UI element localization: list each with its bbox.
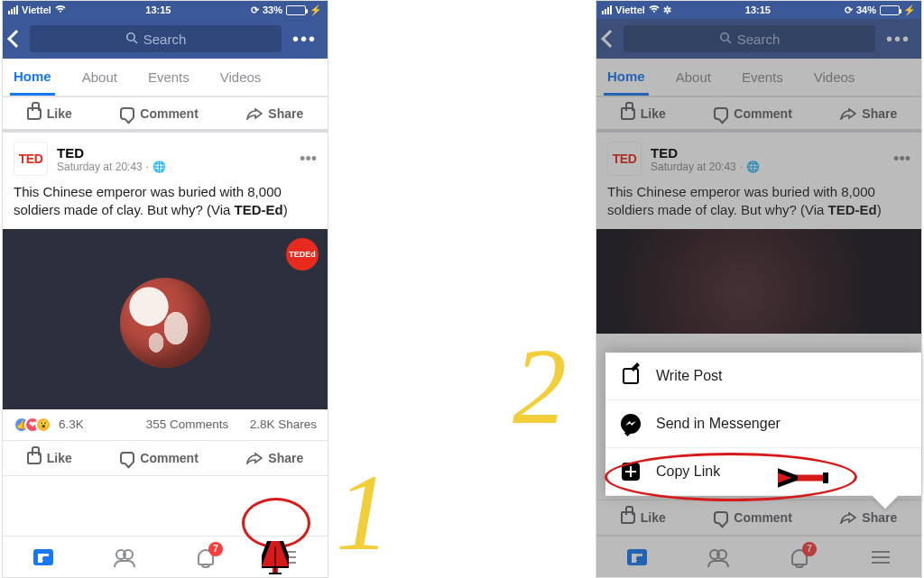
rotation-lock-icon: ⟳ [845, 5, 853, 16]
tab-home[interactable]: Home [10, 60, 55, 96]
page-tabs: Home About Events Videos [596, 59, 921, 96]
share-icon [840, 107, 856, 120]
nav-bar: Search ••• [3, 19, 328, 59]
post-text: This Chinese emperor was buried with 8,0… [14, 183, 317, 220]
battery-pct-label: 33% [263, 5, 282, 15]
tab-home[interactable]: Home [604, 60, 649, 96]
tab-feed[interactable] [32, 546, 55, 569]
svg-point-0 [127, 32, 134, 40]
clock-label: 13:15 [745, 5, 771, 15]
like-button[interactable]: Like [27, 451, 72, 465]
tab-friends[interactable] [707, 546, 730, 569]
notifications-badge: 7 [802, 542, 817, 556]
search-input[interactable]: Search [624, 25, 875, 52]
friends-icon [707, 549, 729, 565]
like-button[interactable]: Like [27, 106, 72, 121]
carrier-label: Viettel [22, 5, 51, 15]
post-media[interactable] [596, 229, 921, 334]
clock-label: 13:15 [145, 5, 171, 15]
sheet-send-messenger[interactable]: Send in Messenger [605, 400, 921, 448]
notifications-badge: 7 [208, 542, 223, 556]
comments-count: 355 Comments [146, 417, 229, 431]
comment-icon [120, 452, 134, 464]
post-text: This Chinese emperor was buried with 8,0… [607, 183, 910, 220]
tab-friends[interactable] [113, 546, 136, 569]
post-author[interactable]: TED [57, 145, 166, 161]
tab-videos[interactable]: Videos [810, 60, 859, 94]
teded-badge: TEDEd [286, 238, 319, 271]
avatar[interactable]: TED [14, 142, 48, 176]
annotation-arrow-left [778, 467, 832, 489]
nav-bar: Search ••• [596, 19, 921, 59]
globe-illustration [120, 278, 210, 368]
share-button[interactable]: Share [246, 451, 303, 465]
share-button[interactable]: Share [246, 106, 303, 121]
tab-notifications[interactable]: 7 [788, 546, 811, 569]
post: TED TED Saturday at 20:43 · 🌐 ••• This C… [596, 133, 921, 220]
tab-feed[interactable] [625, 546, 649, 569]
search-placeholder: Search [737, 32, 781, 47]
tab-events[interactable]: Events [144, 60, 193, 94]
post-media[interactable]: TEDEd [3, 229, 328, 409]
post-actions-bottom: Like Comment Share [3, 440, 328, 476]
battery-pct-label: 34% [856, 5, 876, 15]
like-button[interactable]: Like [621, 106, 666, 121]
signal-icon [8, 5, 18, 14]
tab-about[interactable]: About [672, 60, 715, 94]
page-tabs: Home About Events Videos [3, 59, 328, 96]
comment-icon [714, 511, 728, 524]
svg-point-5 [721, 32, 728, 40]
compose-icon [623, 368, 639, 384]
battery-icon [880, 5, 900, 15]
annotation-arrow-up [262, 541, 289, 577]
chevron-left-icon [601, 30, 619, 48]
post-actions-top: Like Comment Share [3, 96, 328, 133]
search-icon [719, 32, 732, 47]
comment-button[interactable]: Comment [120, 106, 199, 121]
tab-about[interactable]: About [79, 60, 121, 94]
post-author[interactable]: TED [651, 145, 760, 161]
thumb-up-icon [27, 452, 42, 464]
more-button[interactable]: ••• [289, 29, 320, 50]
carrier-label: Viettel [615, 5, 645, 15]
back-button[interactable] [10, 32, 23, 45]
tab-notifications[interactable]: 7 [194, 546, 217, 569]
loading-spinner-icon: ✲ [663, 5, 671, 16]
post-more-button[interactable]: ••• [893, 150, 910, 169]
svg-line-6 [727, 40, 731, 43]
post-more-button[interactable]: ••• [300, 150, 317, 169]
annotation-step-2: 2 [513, 325, 567, 449]
comment-button[interactable]: Comment [714, 106, 792, 121]
wow-react-icon: 😮 [35, 417, 51, 433]
post-meta: Saturday at 20:43 · 🌐 [57, 161, 166, 173]
wifi-icon [55, 5, 66, 15]
more-button[interactable]: ••• [882, 29, 914, 50]
like-button[interactable]: Like [621, 510, 666, 525]
share-button[interactable]: Share [840, 106, 897, 121]
post-stats[interactable]: 👍 ❤ 😮 6.3K 355 Comments 2.8K Shares [3, 409, 328, 440]
tab-events[interactable]: Events [738, 60, 787, 94]
feed-icon [33, 549, 53, 565]
globe-icon: 🌐 [746, 161, 760, 173]
chevron-left-icon [7, 30, 25, 48]
tab-menu[interactable] [869, 546, 892, 569]
comment-button[interactable]: Comment [120, 451, 199, 465]
comment-button[interactable]: Comment [714, 510, 792, 525]
charging-icon: ⚡ [903, 5, 916, 16]
wifi-icon [649, 5, 660, 15]
status-bar: Viettel 13:15 ⟳ 33% ⚡ [3, 1, 328, 19]
sheet-write-post[interactable]: Write Post [605, 353, 921, 400]
search-input[interactable]: Search [30, 25, 282, 52]
avatar[interactable]: TED [607, 142, 642, 176]
annotation-step-1: 1 [336, 451, 390, 575]
reactions-count: 6.3K [59, 417, 84, 431]
post: TED TED Saturday at 20:43 · 🌐 ••• This C… [3, 133, 328, 220]
share-icon [246, 452, 263, 464]
post-actions-top: Like Comment Share [596, 96, 921, 133]
back-button[interactable] [604, 32, 616, 45]
share-icon [246, 107, 263, 120]
reactions-icons: 👍 ❤ 😮 [14, 417, 51, 433]
post-timestamp: Saturday at 20:43 [651, 161, 736, 173]
tab-videos[interactable]: Videos [217, 60, 265, 94]
share-button[interactable]: Share [840, 510, 897, 525]
